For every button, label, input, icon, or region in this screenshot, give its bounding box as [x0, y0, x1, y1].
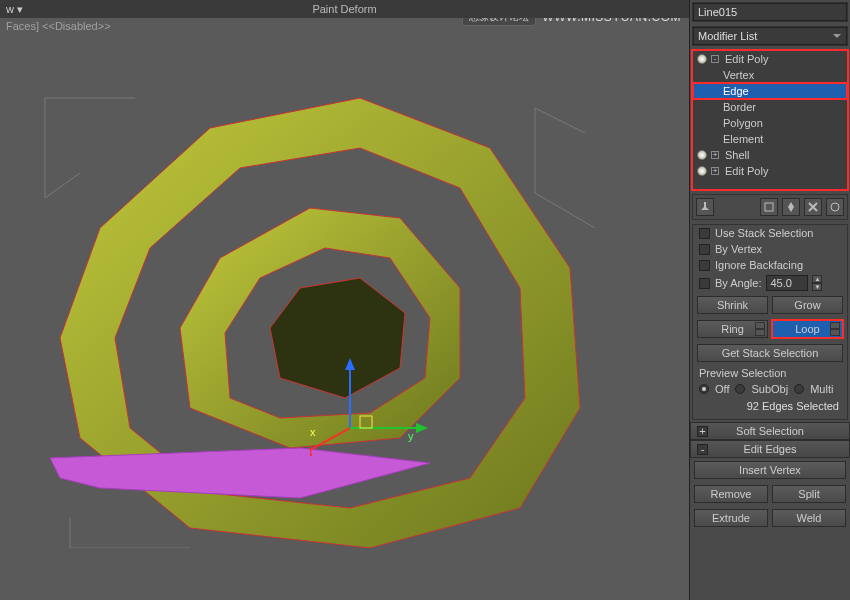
- viewport[interactable]: w ▾ Paint Deform Faces] <<Disabled>> 思缘设…: [0, 0, 690, 600]
- edit-edges-rollout[interactable]: -Edit Edges: [690, 440, 850, 458]
- modifier-list-dropdown[interactable]: Modifier List: [693, 27, 847, 45]
- svg-line-4: [310, 428, 350, 453]
- scene-3d[interactable]: x y: [0, 18, 689, 600]
- remove-mod-button[interactable]: [804, 198, 822, 216]
- weld-button[interactable]: Weld: [772, 509, 846, 527]
- extrude-button[interactable]: Extrude: [694, 509, 768, 527]
- ring-button[interactable]: Ring: [697, 320, 768, 338]
- mod-sub-edge[interactable]: Edge: [693, 83, 847, 99]
- object-name-field[interactable]: Line015: [693, 3, 847, 21]
- svg-rect-6: [360, 416, 372, 428]
- grow-button[interactable]: Grow: [772, 296, 843, 314]
- shrink-button[interactable]: Shrink: [697, 296, 768, 314]
- loop-spinner[interactable]: [830, 322, 840, 336]
- show-end-result-button[interactable]: [760, 198, 778, 216]
- axis-y-label: y: [408, 430, 414, 442]
- mod-sub-border[interactable]: Border: [693, 99, 847, 115]
- lightbulb-icon[interactable]: [697, 150, 707, 160]
- configure-sets-button[interactable]: [826, 198, 844, 216]
- by-angle-check[interactable]: By Angle: 45.0▲▼: [693, 273, 847, 293]
- mod-row-editpoly[interactable]: -Edit Poly: [693, 51, 847, 67]
- svg-point-8: [831, 203, 839, 211]
- selection-status: 92 Edges Selected: [693, 397, 847, 415]
- expand-icon[interactable]: +: [711, 167, 719, 175]
- use-stack-selection-check[interactable]: Use Stack Selection: [693, 225, 847, 241]
- preview-subobj-radio[interactable]: [735, 384, 745, 394]
- make-unique-button[interactable]: [782, 198, 800, 216]
- split-button[interactable]: Split: [772, 485, 846, 503]
- lightbulb-icon[interactable]: [697, 166, 707, 176]
- get-stack-selection-button[interactable]: Get Stack Selection: [697, 344, 843, 362]
- axis-x-label: x: [310, 426, 316, 438]
- selection-rollout: Use Stack Selection By Vertex Ignore Bac…: [692, 224, 848, 420]
- preview-multi-radio[interactable]: [794, 384, 804, 394]
- pin-stack-button[interactable]: [696, 198, 714, 216]
- ignore-backfacing-check[interactable]: Ignore Backfacing: [693, 257, 847, 273]
- angle-spinner[interactable]: 45.0▲▼: [766, 275, 822, 291]
- mod-row-shell[interactable]: +Shell: [693, 147, 847, 163]
- transform-gizmo[interactable]: x y: [310, 358, 450, 498]
- mod-row-editpoly2[interactable]: +Edit Poly: [693, 163, 847, 179]
- lightbulb-icon[interactable]: [697, 54, 707, 64]
- mod-sub-element[interactable]: Element: [693, 131, 847, 147]
- mod-sub-polygon[interactable]: Polygon: [693, 115, 847, 131]
- command-panel: Line015 Modifier List -Edit Poly Vertex …: [690, 0, 850, 600]
- stack-toolbar: [692, 194, 848, 220]
- ribbon-bar: w ▾ Paint Deform: [0, 0, 689, 18]
- svg-marker-1: [345, 358, 355, 370]
- expand-icon[interactable]: +: [711, 151, 719, 159]
- view-label[interactable]: w ▾: [6, 3, 23, 16]
- svg-rect-7: [765, 203, 773, 211]
- insert-vertex-button[interactable]: Insert Vertex: [694, 461, 846, 479]
- preview-radios: Off SubObj Multi: [693, 381, 847, 397]
- loop-button[interactable]: Loop: [772, 320, 843, 338]
- soft-selection-rollout[interactable]: +Soft Selection: [690, 422, 850, 440]
- mod-sub-vertex[interactable]: Vertex: [693, 67, 847, 83]
- svg-marker-3: [416, 423, 428, 433]
- preview-off-radio[interactable]: [699, 384, 709, 394]
- ring-spinner[interactable]: [755, 322, 765, 336]
- minus-icon: -: [697, 444, 708, 455]
- ribbon-title: Paint Deform: [312, 3, 376, 15]
- by-vertex-check[interactable]: By Vertex: [693, 241, 847, 257]
- preview-label: Preview Selection: [693, 365, 847, 381]
- remove-button[interactable]: Remove: [694, 485, 768, 503]
- plus-icon: +: [697, 426, 708, 437]
- expand-icon[interactable]: -: [711, 55, 719, 63]
- modifier-stack[interactable]: -Edit Poly Vertex Edge Border Polygon El…: [692, 50, 848, 190]
